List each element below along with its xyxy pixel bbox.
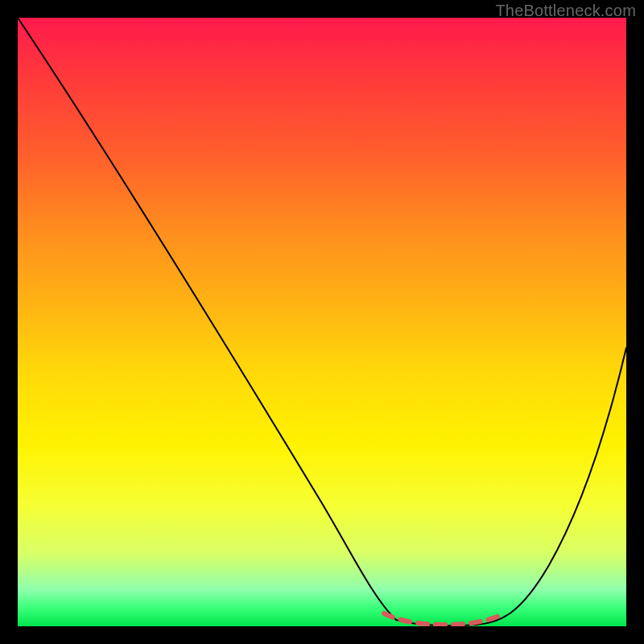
main-curve (18, 18, 626, 625)
curve-layer (18, 18, 626, 626)
attribution-label: TheBottleneck.com (495, 2, 636, 20)
chart-frame: TheBottleneck.com (0, 0, 644, 644)
plot-area (18, 18, 626, 626)
